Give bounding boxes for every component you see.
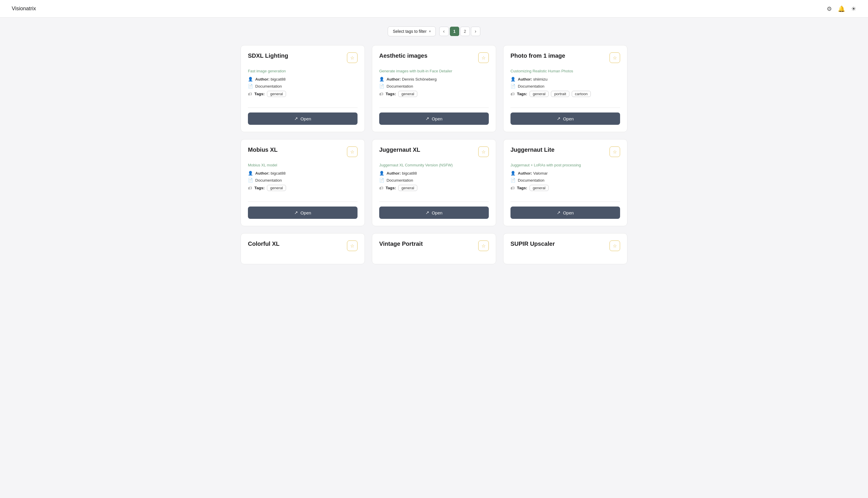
tag-badge: general <box>398 91 417 97</box>
card-divider <box>510 107 620 108</box>
tags-row: 🏷 Tags: general <box>379 185 489 191</box>
favorite-button[interactable]: ☆ <box>347 52 358 63</box>
app-title: Visionatrix <box>12 5 36 12</box>
card-divider <box>379 107 489 108</box>
card-header: SUPIR Upscaler ☆ <box>510 240 620 251</box>
tag-badge: cartoon <box>572 91 591 97</box>
favorite-button[interactable]: ☆ <box>478 146 489 157</box>
card-supir-upscaler: SUPIR Upscaler ☆ <box>503 233 627 264</box>
card-divider <box>379 201 489 202</box>
favorite-button[interactable]: ☆ <box>610 52 620 63</box>
favorite-button[interactable]: ☆ <box>478 52 489 63</box>
card-photo-from-1-image: Photo from 1 image ☆ Customizing Realist… <box>503 45 627 132</box>
documentation-row[interactable]: 📄 Documentation <box>379 178 489 183</box>
open-label: Open <box>300 116 311 121</box>
doc-label[interactable]: Documentation <box>387 84 413 89</box>
cards-grid: SDXL Lighting ☆ Fast image generation 👤 … <box>241 45 627 264</box>
card-body: Fast image generation 👤 Author: bigcat88… <box>248 69 358 97</box>
card-subtitle: Mobius XL model <box>248 163 358 167</box>
tags-label: Tags: <box>386 186 396 190</box>
tag-icon: 🏷 <box>379 92 383 96</box>
documentation-row[interactable]: 📄 Documentation <box>248 178 358 183</box>
card-subtitle: Juggernaut + LoRAs with post processing <box>510 163 620 167</box>
card-sdxl-lighting: SDXL Lighting ☆ Fast image generation 👤 … <box>241 45 365 132</box>
open-label: Open <box>563 116 574 121</box>
favorite-button[interactable]: ☆ <box>347 146 358 157</box>
tags-label: Tags: <box>517 186 527 190</box>
tag-badge: general <box>530 91 548 97</box>
next-page-button[interactable]: › <box>471 27 480 36</box>
page-1-button[interactable]: 1 <box>450 27 459 36</box>
tag-icon: 🏷 <box>248 186 252 191</box>
open-arrow-icon: ↗ <box>426 116 429 121</box>
card-header: Aesthetic images ☆ <box>379 52 489 63</box>
card-header: SDXL Lighting ☆ <box>248 52 358 63</box>
open-arrow-icon: ↗ <box>557 210 561 215</box>
person-icon: 👤 <box>248 171 253 175</box>
documentation-row[interactable]: 📄 Documentation <box>248 84 358 89</box>
tags-row: 🏷 Tags: general <box>248 91 358 97</box>
doc-label[interactable]: Documentation <box>518 178 544 183</box>
tag-badge: general <box>267 91 286 97</box>
tags-row: 🏷 Tags: general <box>510 185 620 191</box>
documentation-row[interactable]: 📄 Documentation <box>379 84 489 89</box>
card-title: Colorful XL <box>248 240 280 247</box>
tag-icon: 🏷 <box>510 186 515 191</box>
prev-page-button[interactable]: ‹ <box>439 27 449 36</box>
bell-icon[interactable]: 🔔 <box>838 5 845 12</box>
open-button[interactable]: ↗ Open <box>510 113 620 125</box>
open-arrow-icon: ↗ <box>294 210 298 215</box>
card-title: SDXL Lighting <box>248 52 288 59</box>
doc-icon: 📄 <box>248 84 253 89</box>
card-subtitle: Customizing Realistic Human Photos <box>510 69 620 73</box>
tags-row: 🏷 Tags: general <box>248 185 358 191</box>
tag-badge: general <box>398 185 417 191</box>
favorite-button[interactable]: ☆ <box>610 240 620 251</box>
doc-icon: 📄 <box>379 84 384 89</box>
card-divider <box>248 201 358 202</box>
main-content: Select tags to filter ▾ ‹ 1 2 › SDXL Lig… <box>229 17 639 273</box>
sun-icon[interactable]: ☀ <box>851 5 856 12</box>
favorite-button[interactable]: ☆ <box>478 240 489 251</box>
author-row: 👤 Author: bigcat88 <box>379 171 489 175</box>
page-2-button[interactable]: 2 <box>461 27 470 36</box>
documentation-row[interactable]: 📄 Documentation <box>510 178 620 183</box>
gear-icon[interactable]: ⚙ <box>827 5 832 12</box>
header-icons: ⚙ 🔔 ☀ <box>827 5 856 12</box>
doc-label[interactable]: Documentation <box>255 178 282 183</box>
open-button[interactable]: ↗ Open <box>379 207 489 219</box>
card-title: Mobius XL <box>248 146 277 153</box>
favorite-button[interactable]: ☆ <box>610 146 620 157</box>
doc-icon: 📄 <box>510 178 516 183</box>
author-row: 👤 Author: bigcat88 <box>248 77 358 81</box>
chevron-down-icon: ▾ <box>429 29 431 34</box>
author-row: 👤 Author: bigcat88 <box>248 171 358 175</box>
doc-label[interactable]: Documentation <box>255 84 282 89</box>
open-button[interactable]: ↗ Open <box>379 113 489 125</box>
card-aesthetic-images: Aesthetic images ☆ Generate images with … <box>372 45 496 132</box>
card-juggernaut-xl: Juggernaut XL ☆ Juggernaut XL Community … <box>372 139 496 226</box>
documentation-row[interactable]: 📄 Documentation <box>510 84 620 89</box>
favorite-button[interactable]: ☆ <box>347 240 358 251</box>
tag-icon: 🏷 <box>248 92 252 96</box>
open-button[interactable]: ↗ Open <box>510 207 620 219</box>
card-body: Juggernaut + LoRAs with post processing … <box>510 163 620 191</box>
tag-icon: 🏷 <box>510 92 515 96</box>
card-divider <box>510 201 620 202</box>
tag-badge: portrait <box>551 91 569 97</box>
open-button[interactable]: ↗ Open <box>248 113 358 125</box>
pagination: ‹ 1 2 › <box>439 27 480 36</box>
card-subtitle: Generate images with built-in Face Detai… <box>379 69 489 73</box>
tag-icon: 🏷 <box>379 186 383 191</box>
card-subtitle: Fast image generation <box>248 69 358 73</box>
open-label: Open <box>432 210 442 215</box>
card-header: Colorful XL ☆ <box>248 240 358 251</box>
card-title: Photo from 1 image <box>510 52 565 59</box>
doc-label[interactable]: Documentation <box>387 178 413 183</box>
card-subtitle: Juggernaut XL Community Version (NSFW) <box>379 163 489 167</box>
app-header: Visionatrix ⚙ 🔔 ☀ <box>0 0 868 17</box>
open-button[interactable]: ↗ Open <box>248 207 358 219</box>
tag-filter-button[interactable]: Select tags to filter ▾ <box>388 26 436 36</box>
open-arrow-icon: ↗ <box>294 116 298 121</box>
doc-label[interactable]: Documentation <box>518 84 544 89</box>
